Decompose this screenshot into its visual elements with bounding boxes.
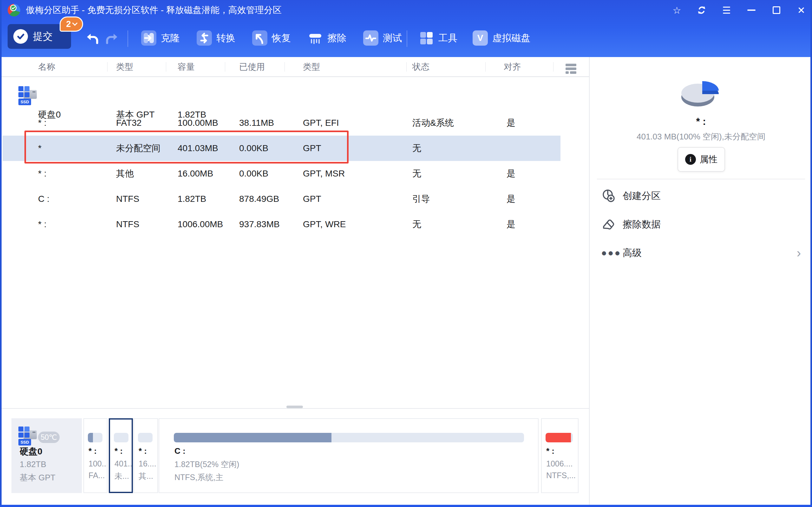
clone-icon <box>141 31 156 46</box>
toolbar-separator <box>407 31 407 47</box>
menu-icon[interactable]: ☰ <box>720 3 734 17</box>
table-row-disk0[interactable]: SSD 硬盘0 基本 GPT 1.82TB <box>3 81 560 110</box>
capacity-bar <box>88 433 102 442</box>
maximize-button[interactable] <box>769 3 783 17</box>
create-partition-action[interactable]: 创建分区 <box>601 187 804 205</box>
cell-fs: NTFS <box>116 212 139 237</box>
test-icon <box>363 31 378 46</box>
horizontal-scrollbar-thumb[interactable] <box>287 406 303 408</box>
cell-capacity: 16.00MB <box>177 161 213 186</box>
capacity-bar <box>174 433 524 442</box>
selected-partition-info: 401.03 MB(100% 空闲),未分配空间 <box>592 131 810 142</box>
chevron-down-icon <box>72 20 78 26</box>
partition-capacity: 1006.... <box>546 459 578 468</box>
disk-icon: SSD <box>18 427 37 446</box>
col-header-fs: 类型 <box>116 57 133 77</box>
disk-name: 硬盘0 <box>20 446 43 458</box>
tools-label: 工具 <box>438 32 457 45</box>
disk-icon: SSD <box>18 86 37 105</box>
partition-pie-chart <box>675 72 727 113</box>
favorite-star-icon[interactable]: ☆ <box>670 3 684 17</box>
test-button[interactable]: 测试 <box>363 30 402 46</box>
partition-block-c[interactable]: C : 1.82TB(52% 空闲) NTFS,系统,主 <box>159 418 539 493</box>
cell-align: 是 <box>500 212 522 237</box>
partition-block[interactable]: * : 1006.... NTFS,... <box>541 418 578 493</box>
chevron-right-icon: › <box>797 246 801 259</box>
cell-status: 无 <box>412 161 421 186</box>
pending-operations-badge[interactable]: 2 <box>60 16 83 32</box>
bottom-disk-card[interactable]: SSD 50℃ 硬盘0 1.82TB 基本 GPT <box>11 418 82 493</box>
window-border <box>0 505 812 507</box>
disk-capacity: 1.82TB <box>20 459 46 469</box>
refresh-sync-icon[interactable] <box>695 3 709 17</box>
eraser-icon <box>601 217 616 232</box>
list-view-icon[interactable] <box>565 63 577 75</box>
partition-capacity: 1.82TB(52% 空闲) <box>174 459 538 469</box>
convert-button[interactable]: 转换 <box>197 30 235 46</box>
cell-type: GPT, MSR <box>303 161 345 186</box>
minimize-button[interactable] <box>745 3 758 17</box>
partition-fs: 未... <box>114 471 132 481</box>
column-separator <box>285 62 285 72</box>
cell-align: 是 <box>500 110 522 135</box>
table-row-partition[interactable]: C : NTFS 1.82TB 878.49GB GPT 引导 是 <box>3 186 560 212</box>
erase-button[interactable]: 擦除 <box>308 30 346 46</box>
partition-capacity: 16.... <box>139 459 157 468</box>
capacity-bar <box>546 433 573 442</box>
partition-capacity: 401... <box>114 459 132 468</box>
close-button[interactable]: ✕ <box>794 3 808 17</box>
selected-partition-name: * : <box>592 116 810 127</box>
table-row-partition[interactable]: * : NTFS 1006.00MB 937.83MB GPT, WRE 无 是 <box>3 212 560 237</box>
properties-button[interactable]: i 属性 <box>677 147 725 172</box>
cell-status: 引导 <box>412 186 430 212</box>
window-controls: ☆ ☰ ✕ <box>670 0 808 20</box>
column-separator <box>485 62 486 72</box>
clone-label: 克隆 <box>161 32 180 45</box>
window-border <box>810 0 812 507</box>
column-separator <box>553 62 554 72</box>
col-header-align: 对齐 <box>501 57 523 77</box>
cell-fs: 其他 <box>116 161 134 186</box>
disk-temperature-badge: 50℃ <box>38 432 60 443</box>
cell-used: 0.00KB <box>239 161 268 186</box>
col-header-name: 名称 <box>38 57 55 77</box>
advanced-action[interactable]: ●●● 高级 › <box>601 244 804 262</box>
partition-block[interactable]: * : 16.... 其... <box>134 418 158 493</box>
partition-block[interactable]: * : 100... FA... <box>84 418 107 493</box>
check-circle-icon <box>13 29 28 44</box>
capacity-bar <box>138 433 153 442</box>
clone-button[interactable]: 克隆 <box>141 30 180 46</box>
cell-status: 无 <box>412 212 421 237</box>
properties-label: 属性 <box>700 153 717 165</box>
table-row-partition[interactable]: * : 其他 16.00MB 0.00KB GPT, MSR 无 是 <box>3 161 560 186</box>
cell-align <box>500 135 522 161</box>
redo-button[interactable] <box>105 32 119 48</box>
badge-count: 2 <box>66 19 71 29</box>
panel-divider <box>589 57 590 505</box>
recover-button[interactable]: 恢复 <box>252 30 291 46</box>
cell-align: 是 <box>500 186 522 212</box>
partition-block-selected[interactable]: * : 401... 未... <box>109 418 133 493</box>
cell-status: 活动&系统 <box>412 110 454 135</box>
window-border <box>0 0 2 507</box>
partition-capacity: 100... <box>89 459 107 468</box>
recover-label: 恢复 <box>272 32 291 45</box>
toolbar-separator <box>128 31 128 47</box>
cell-name: C : <box>38 186 49 212</box>
column-separator <box>225 62 225 72</box>
erase-icon <box>308 31 323 46</box>
virtual-disk-label: 虚拟磁盘 <box>492 32 530 45</box>
erase-data-action[interactable]: 擦除数据 <box>601 216 804 233</box>
cell-used: 878.49GB <box>239 186 279 212</box>
cell-name: * : <box>38 212 46 237</box>
tools-button[interactable]: 工具 <box>419 30 457 46</box>
partition-fs: NTFS,... <box>546 471 578 480</box>
virtual-disk-button[interactable]: V 虚拟磁盘 <box>473 30 530 46</box>
virtual-disk-icon: V <box>473 31 488 46</box>
erase-data-label: 擦除数据 <box>623 218 661 231</box>
undo-button[interactable] <box>85 32 100 48</box>
partition-name: * : <box>139 446 157 456</box>
partition-fs: FA... <box>89 471 107 480</box>
panel-section-divider <box>597 179 805 179</box>
convert-label: 转换 <box>216 32 235 45</box>
